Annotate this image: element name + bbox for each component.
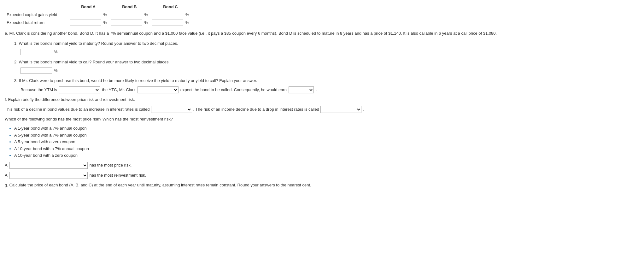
reinvestment-risk-dropdown[interactable]: price risk reinvestment risk	[320, 106, 361, 113]
q2-input[interactable]	[20, 68, 52, 74]
because-middle: the YTC, Mr. Clark	[102, 86, 136, 93]
bond-c-header: Bond C	[150, 3, 191, 11]
would-dropdown[interactable]: would would not	[138, 86, 179, 93]
section-g-text: g. Calculate the price of each bond (A, …	[5, 182, 639, 189]
total-return-bond-a-input[interactable]	[70, 20, 101, 26]
capital-gains-bond-b-cell: %	[109, 11, 150, 19]
most-price-risk-row: A 1-year bond with a 7% annual coupon 5-…	[5, 162, 639, 169]
q3-number: 3.	[14, 78, 18, 83]
q1-percent: %	[54, 49, 58, 55]
q3-text: If Mr. Clark were to purchase this bond,…	[19, 78, 257, 83]
q2-number: 2.	[14, 60, 18, 64]
list-item-1: A 1-year bond with a 7% annual coupon	[14, 125, 639, 132]
most-price-risk-prefix: A	[5, 162, 8, 168]
section-e-text: e. Mr. Clark is considering another bond…	[5, 30, 639, 37]
q1-text: What is the bond's nominal yield to matu…	[19, 41, 178, 46]
most-reinvestment-suffix: has the most reinvestment risk.	[90, 172, 146, 179]
total-return-bond-a-cell: %	[68, 19, 109, 26]
bond-b-header: Bond B	[109, 3, 150, 11]
q1-answer-row: %	[20, 49, 639, 55]
most-price-risk-suffix: has the most price risk.	[90, 162, 132, 168]
total-return-bond-c-cell: %	[150, 19, 191, 26]
most-reinvestment-prefix: A	[5, 172, 8, 179]
percent-sign-3: %	[185, 12, 189, 17]
total-return-bond-c-input[interactable]	[152, 20, 183, 26]
because-row: Because the YTM is greater than less tha…	[20, 86, 639, 93]
capital-gains-bond-a-cell: %	[68, 11, 109, 19]
which-text: Which of the following bonds has the mos…	[5, 116, 639, 123]
bond-options-list: A 1-year bond with a 7% annual coupon A …	[14, 125, 639, 159]
section-f-label: f. Explain briefly the difference betwee…	[5, 97, 639, 103]
q1-number: 1.	[14, 41, 18, 46]
q1-input[interactable]	[20, 49, 52, 55]
price-risk-dropdown[interactable]: price risk reinvestment risk	[151, 106, 192, 113]
most-reinvestment-risk-row: A 1-year bond with a 7% annual coupon 5-…	[5, 172, 639, 179]
risk-middle: . The risk of an income decline due to a…	[193, 106, 319, 113]
q2-percent: %	[54, 68, 58, 74]
q2-text: What is the bond's nominal yield to call…	[19, 60, 170, 64]
total-return-bond-b-input[interactable]	[111, 20, 142, 26]
risk-prefix: This risk of a decline in bond values du…	[5, 106, 150, 113]
question-e1: 1. What is the bond's nominal yield to m…	[14, 40, 639, 47]
earn-dropdown[interactable]: YTM YTC	[289, 86, 314, 93]
because-suffix: expect the bond to be called. Consequent…	[180, 86, 287, 93]
percent-sign-6: %	[185, 20, 189, 25]
ytm-comparison-dropdown[interactable]: greater than less than equal to	[59, 86, 100, 93]
total-return-row: Expected total return % % %	[5, 19, 191, 26]
most-reinvestment-risk-dropdown[interactable]: 1-year bond with a 7% annual coupon 5-ye…	[9, 172, 88, 179]
total-return-label: Expected total return	[5, 19, 68, 26]
capital-gains-bond-c-input[interactable]	[152, 12, 183, 18]
capital-gains-bond-b-input[interactable]	[111, 12, 142, 18]
question-e2: 2. What is the bond's nominal yield to c…	[14, 59, 639, 66]
bond-table: Bond A Bond B Bond C Expected capital ga…	[5, 3, 639, 26]
percent-sign-5: %	[144, 20, 148, 25]
capital-gains-bond-c-cell: %	[150, 11, 191, 19]
because-prefix: Because the YTM is	[20, 86, 57, 93]
percent-sign-1: %	[103, 12, 107, 17]
risk-explanation-row: This risk of a decline in bond values du…	[5, 106, 639, 113]
q2-answer-row: %	[20, 68, 639, 74]
capital-gains-label: Expected capital gains yield	[5, 11, 68, 19]
capital-gains-bond-a-input[interactable]	[70, 12, 101, 18]
percent-sign-4: %	[103, 20, 107, 25]
risk-suffix: .	[363, 106, 364, 113]
most-price-risk-dropdown[interactable]: 1-year bond with a 7% annual coupon 5-ye…	[9, 162, 88, 169]
percent-sign-2: %	[144, 12, 148, 17]
list-item-5: A 10-year bond with a zero coupon	[14, 152, 639, 159]
total-return-bond-b-cell: %	[109, 19, 150, 26]
period-after-earn: .	[316, 86, 317, 93]
capital-gains-row: Expected capital gains yield % % %	[5, 11, 191, 19]
bond-a-header: Bond A	[68, 3, 109, 11]
list-item-4: A 10-year bond with a 7% annual coupon	[14, 146, 639, 152]
question-e3: 3. If Mr. Clark were to purchase this bo…	[14, 78, 639, 84]
list-item-2: A 5-year bond with a 7% annual coupon	[14, 132, 639, 138]
list-item-3: A 5-year bond with a zero coupon	[14, 139, 639, 145]
